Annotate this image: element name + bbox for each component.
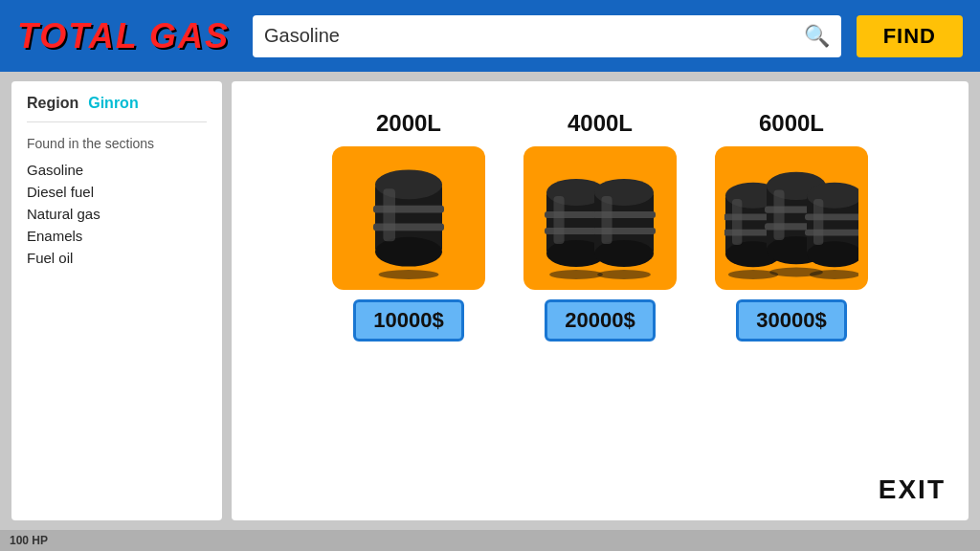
svg-rect-33	[773, 190, 784, 241]
product-price[interactable]: 10000$	[353, 299, 463, 342]
svg-rect-26	[732, 199, 742, 245]
body: Region Ginron Found in the sections Gaso…	[0, 72, 980, 530]
svg-point-6	[379, 270, 439, 279]
svg-point-2	[375, 237, 442, 267]
svg-rect-19	[601, 196, 612, 244]
svg-rect-38	[805, 213, 858, 220]
product-volume: 6000L	[759, 110, 824, 137]
section-item[interactable]: Diesel fuel	[27, 181, 207, 203]
product-card: 6000L30000$	[715, 110, 868, 342]
bottom-bar: 100 HP	[0, 530, 980, 551]
svg-rect-40	[813, 199, 823, 245]
svg-rect-5	[383, 188, 395, 241]
svg-rect-12	[553, 196, 564, 244]
barrel-container[interactable]	[523, 146, 677, 290]
search-icon: 🔍	[804, 24, 830, 49]
sidebar: Region Ginron Found in the sections Gaso…	[11, 81, 222, 520]
product-volume: 2000L	[376, 110, 441, 137]
hp-label: 100 HP	[10, 534, 48, 547]
region-label: Region	[27, 95, 78, 112]
section-item[interactable]: Natural gas	[27, 203, 207, 225]
products-row: 2000L10000$4000L20000$6000L30000$	[332, 110, 868, 342]
svg-point-20	[597, 270, 651, 279]
product-card: 4000L20000$	[523, 110, 677, 342]
section-item[interactable]: Fuel oil	[27, 247, 207, 269]
product-price[interactable]: 20000$	[545, 299, 655, 342]
sections-list: GasolineDiesel fuelNatural gasEnamelsFue…	[27, 159, 207, 269]
svg-rect-39	[805, 230, 858, 236]
section-item[interactable]: Gasoline	[27, 159, 207, 181]
svg-point-16	[594, 240, 654, 267]
search-input[interactable]	[264, 25, 796, 47]
section-item[interactable]: Enamels	[27, 225, 207, 247]
product-card: 2000L10000$	[332, 110, 485, 342]
svg-point-13	[549, 270, 603, 279]
product-volume: 4000L	[568, 110, 633, 137]
main-content: 2000L10000$4000L20000$6000L30000$ EXIT	[232, 81, 969, 520]
search-bar: 🔍	[253, 15, 841, 57]
found-in-sections-label: Found in the sections	[27, 136, 207, 151]
svg-point-41	[810, 270, 858, 279]
barrel-container[interactable]	[715, 146, 868, 290]
region-value: Ginron	[88, 95, 138, 112]
app-header: TOTAL GAS 🔍 FIND	[0, 0, 980, 72]
find-button[interactable]: FIND	[857, 15, 963, 57]
exit-button[interactable]: EXIT	[879, 474, 946, 505]
app-title: TOTAL GAS	[17, 16, 230, 56]
product-price[interactable]: 30000$	[736, 299, 846, 342]
region-row: Region Ginron	[27, 95, 207, 122]
barrel-container[interactable]	[332, 146, 485, 290]
